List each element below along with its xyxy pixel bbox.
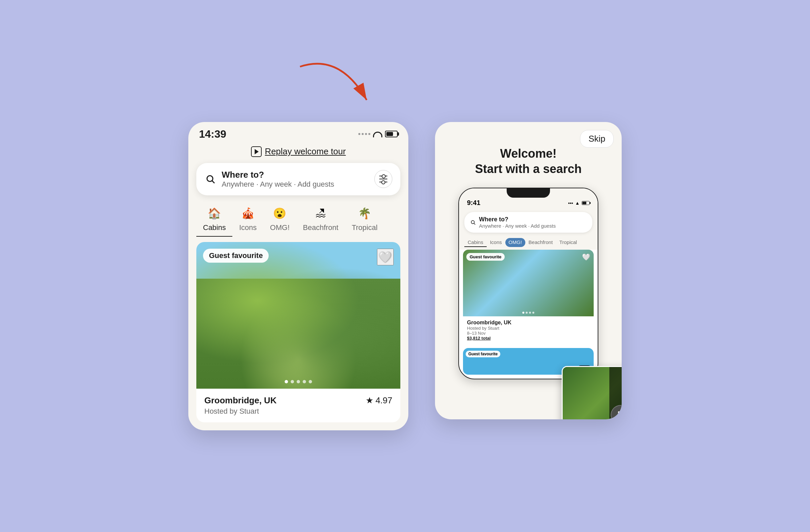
inner-listing-image: Guest favourite 🤍 bbox=[463, 250, 594, 316]
svg-line-3 bbox=[474, 223, 475, 225]
inner-search-area: Where to? Anywhere · Any week · Add gues… bbox=[459, 209, 598, 237]
play-icon bbox=[251, 146, 262, 157]
filter-button[interactable] bbox=[374, 170, 392, 188]
inner-listing-dates: 8–13 Nov bbox=[467, 331, 590, 336]
cabins-icon: 🏠 bbox=[207, 206, 222, 221]
listing-host: Hosted by Stuart bbox=[204, 407, 392, 416]
search-sub: Anywhere · Any week · Add guests bbox=[222, 180, 334, 189]
svg-line-1 bbox=[212, 181, 215, 183]
inner-status-time: 9:41 bbox=[467, 199, 480, 207]
tab-beachfront-label: Beachfront bbox=[303, 223, 338, 232]
filter-icon bbox=[379, 176, 387, 182]
rating-value: 4.97 bbox=[375, 395, 392, 406]
search-text: Where to? Anywhere · Any week · Add gues… bbox=[222, 170, 334, 189]
status-time: 14:39 bbox=[199, 128, 226, 140]
tab-cabins[interactable]: 🏠 Cabins bbox=[196, 203, 232, 237]
inner-listing-location: Groombridge, UK bbox=[467, 320, 590, 326]
inner-listing-price: $3,812 total bbox=[467, 336, 590, 341]
inner-guest-fav-badge: Guest favourite bbox=[466, 253, 505, 261]
inner-search-main: Where to? bbox=[479, 216, 556, 223]
heart-icon: 🤍 bbox=[379, 251, 392, 263]
right-panel: Skip Welcome! Start with a search 9:41 ▪… bbox=[435, 122, 622, 420]
listing-image: Guest favourite 🤍 bbox=[196, 242, 400, 389]
beachfront-icon: 🏖 bbox=[313, 206, 328, 221]
tab-icons[interactable]: 🎪 Icons bbox=[232, 203, 263, 237]
listing-rating: ★ 4.97 bbox=[366, 395, 392, 406]
inner-listing-info: Groombridge, UK Hosted by Stuart 8–13 No… bbox=[463, 316, 594, 344]
replay-bar: Replay welcome tour bbox=[188, 143, 408, 163]
left-phone-card: 14:39 Replay welcome tour bbox=[188, 122, 408, 430]
svg-point-0 bbox=[207, 176, 213, 182]
phone-notch bbox=[507, 188, 550, 198]
search-left: Where to? Anywhere · Any week · Add gues… bbox=[204, 170, 334, 189]
inner-heart-icon: 🤍 bbox=[582, 253, 590, 261]
inner-listing-card[interactable]: Guest favourite 🤍 Groombridge, UK Hosted… bbox=[463, 250, 594, 344]
pause-icon bbox=[618, 411, 622, 419]
listing-location-row: Groombridge, UK ★ 4.97 bbox=[204, 395, 392, 406]
omg-icon: 😮 bbox=[272, 206, 287, 221]
search-main: Where to? bbox=[222, 170, 334, 180]
tab-tropical-label: Tropical bbox=[352, 223, 377, 232]
favourite-button[interactable]: 🤍 bbox=[377, 249, 394, 265]
category-tabs: 🏠 Cabins 🎪 Icons 😮 OMG! 🏖 Beachfront 🌴 T… bbox=[188, 203, 408, 242]
tab-omg[interactable]: 😮 OMG! bbox=[263, 203, 296, 237]
wifi-icon bbox=[373, 131, 382, 137]
tab-tropical[interactable]: 🌴 Tropical bbox=[345, 203, 384, 237]
listing-info: Groombridge, UK ★ 4.97 Hosted by Stuart bbox=[196, 389, 400, 422]
scene: 14:39 Replay welcome tour bbox=[188, 102, 622, 430]
inner-tab-omg[interactable]: OMG! bbox=[505, 238, 525, 247]
search-icon bbox=[204, 173, 216, 185]
inner-search-bar[interactable]: Where to? Anywhere · Any week · Add gues… bbox=[464, 212, 592, 233]
tab-icons-label: Icons bbox=[239, 223, 257, 232]
inner-search-icon bbox=[470, 220, 476, 225]
inner-phone: 9:41 ▪▪▪ ▲ W bbox=[458, 188, 598, 379]
status-icons bbox=[358, 131, 398, 137]
inner-signal-icon: ▪▪▪ bbox=[568, 200, 573, 206]
status-bar: 14:39 bbox=[188, 122, 408, 143]
inner-tab-cabins[interactable]: Cabins bbox=[464, 238, 487, 247]
icons-icon: 🎪 bbox=[241, 206, 255, 221]
welcome-line1: Welcome! bbox=[500, 147, 556, 160]
image-dots bbox=[285, 380, 312, 383]
inner-guest-fav-badge-2: Guest favourite bbox=[466, 351, 500, 357]
svg-point-2 bbox=[471, 221, 474, 224]
replay-welcome-tour-button[interactable]: Replay welcome tour bbox=[251, 146, 346, 157]
inner-tab-tropical[interactable]: Tropical bbox=[556, 238, 580, 247]
guest-favourite-badge: Guest favourite bbox=[203, 249, 269, 263]
video-overlay bbox=[562, 366, 622, 419]
inner-tab-beachfront[interactable]: Beachfront bbox=[525, 238, 556, 247]
inner-status-icons: ▪▪▪ ▲ bbox=[568, 200, 590, 206]
skip-button[interactable]: Skip bbox=[580, 130, 614, 148]
listing-card[interactable]: Guest favourite 🤍 Groombridge, UK ★ bbox=[196, 242, 400, 422]
inner-category-tabs: Cabins Icons OMG! Beachfront Tropical bbox=[459, 237, 598, 250]
tropical-icon: 🌴 bbox=[357, 206, 372, 221]
search-bar[interactable]: Where to? Anywhere · Any week · Add gues… bbox=[196, 163, 400, 195]
inner-listing-host: Hosted by Stuart bbox=[467, 326, 590, 331]
tab-cabins-label: Cabins bbox=[203, 223, 226, 232]
listing-location: Groombridge, UK bbox=[204, 395, 277, 406]
star-icon: ★ bbox=[366, 395, 373, 406]
inner-tab-icons[interactable]: Icons bbox=[487, 238, 505, 247]
welcome-line2: Start with a search bbox=[475, 162, 582, 176]
inner-battery-icon bbox=[582, 201, 590, 205]
replay-label: Replay welcome tour bbox=[265, 146, 346, 157]
tab-omg-label: OMG! bbox=[270, 223, 290, 232]
inner-image-dots bbox=[522, 312, 534, 314]
battery-icon bbox=[385, 131, 398, 137]
tab-beachfront[interactable]: 🏖 Beachfront bbox=[296, 203, 345, 237]
inner-search-sub: Anywhere · Any week · Add guests bbox=[479, 223, 556, 229]
inner-search-text: Where to? Anywhere · Any week · Add gues… bbox=[479, 216, 556, 229]
signal-dots-icon bbox=[358, 133, 370, 135]
inner-wifi-icon: ▲ bbox=[575, 200, 580, 206]
